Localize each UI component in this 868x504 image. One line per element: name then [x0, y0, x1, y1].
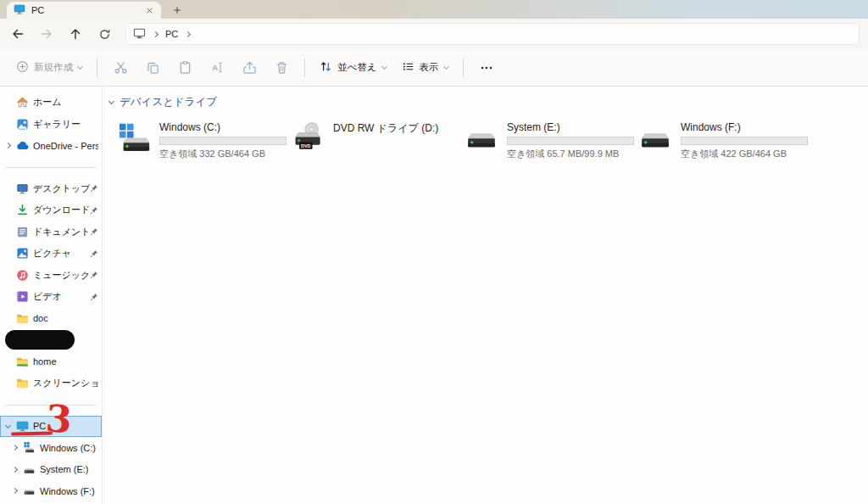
back-button[interactable] — [3, 22, 32, 46]
collapse-chevron-icon[interactable] — [4, 423, 10, 428]
drive-name: System (E:) — [507, 121, 634, 133]
expand-chevron-icon[interactable] — [11, 488, 17, 494]
new-button-label: 新規作成 — [34, 61, 73, 74]
drive-name: Windows (C:) — [159, 121, 287, 133]
devices-and-drives-group[interactable]: デバイスとドライブ — [109, 95, 217, 109]
sidebar-item-gallery[interactable]: ギャラリー — [0, 114, 102, 136]
view-button[interactable]: 表示 — [394, 54, 456, 81]
free-space-label: 空き領域 65.7 MB/99.9 MB — [507, 148, 634, 160]
up-button[interactable] — [61, 22, 90, 46]
dvd-badge: DVD — [301, 143, 311, 148]
tab-title: PC — [31, 5, 136, 15]
sidebar-item-music[interactable]: ミュージック — [0, 265, 102, 287]
drive-icon — [639, 120, 675, 154]
shared-folder-icon — [15, 355, 29, 368]
toolbar-divider — [97, 59, 97, 77]
sidebar-item-drive-f[interactable]: Windows (F:) — [0, 480, 102, 502]
sidebar-item-label: home — [33, 356, 57, 367]
dvd-drive-icon: DVD — [292, 120, 327, 154]
breadcrumb-chevron-icon — [185, 31, 191, 36]
downloads-icon — [15, 204, 29, 217]
windows-drive-icon — [118, 120, 153, 154]
navigation-bar: PC — [0, 19, 868, 49]
sort-arrows-icon — [320, 60, 332, 75]
desktop-icon — [15, 182, 29, 195]
drive-icon — [465, 120, 501, 154]
sidebar-item-videos[interactable]: ビデオ — [0, 286, 102, 308]
folder-icon — [15, 311, 29, 325]
view-button-label: 表示 — [420, 61, 439, 74]
tab-bar: PC — [0, 0, 868, 19]
drive-name: Windows (F:) — [681, 121, 808, 133]
command-bar: 新規作成 A 並べ替え — [0, 49, 868, 87]
refresh-button[interactable] — [90, 22, 119, 46]
sidebar-item-label: ドキュメント — [33, 226, 90, 238]
more-button[interactable] — [470, 54, 503, 81]
sidebar-item-label: ピクチャ — [33, 247, 71, 260]
sidebar-item-doc-folder[interactable]: doc — [0, 308, 102, 330]
drive-tile-system-e[interactable]: System (E:) 空き領域 65.7 MB/99.9 MB — [464, 118, 637, 162]
home-icon — [15, 96, 29, 109]
sidebar-item-label: ビデオ — [33, 290, 62, 303]
sidebar-item-label: OneDrive - Persona — [33, 141, 98, 151]
sidebar-item-drive-c[interactable]: Windows (C:) — [0, 437, 102, 459]
documents-icon — [15, 225, 29, 238]
chevron-down-icon — [77, 64, 83, 70]
sidebar-item-documents[interactable]: ドキュメント — [0, 221, 102, 244]
sidebar-item-home-folder[interactable]: home — [0, 351, 102, 373]
toolbar-divider — [304, 59, 305, 77]
onedrive-cloud-icon — [15, 139, 29, 153]
sidebar-item-screenshots-folder[interactable]: スクリーンショット — [0, 372, 102, 395]
share-button[interactable] — [233, 54, 265, 81]
group-collapse-chevron-icon[interactable] — [108, 98, 114, 104]
explorer-tab[interactable]: PC — [7, 2, 161, 19]
sidebar-item-drive-e[interactable]: System (E:) — [0, 459, 102, 481]
this-pc-outline-icon — [133, 27, 146, 42]
windows-drive-icon — [22, 441, 36, 455]
redaction-blob — [5, 330, 75, 350]
capacity-bar — [681, 137, 808, 145]
drive-tile-windows-f[interactable]: Windows (F:) 空き領域 422 GB/464 GB — [637, 118, 811, 162]
view-list-icon — [402, 60, 415, 75]
content-pane: デバイスとドライブ Windows (C:) 空き領域 332 GB/464 G… — [103, 87, 868, 504]
gallery-icon — [15, 117, 29, 131]
folder-icon — [15, 377, 29, 390]
breadcrumb-pc[interactable]: PC — [165, 29, 178, 39]
expand-chevron-icon[interactable] — [11, 445, 17, 451]
pc-monitor-icon — [15, 419, 29, 433]
drive-tile-windows-c[interactable]: Windows (C:) 空き領域 332 GB/464 GB — [116, 118, 290, 162]
sidebar-item-downloads[interactable]: ダウンロード — [0, 199, 102, 221]
new-button[interactable]: 新規作成 — [8, 54, 90, 81]
sidebar-item-desktop[interactable]: デスクトップ — [0, 178, 102, 200]
sidebar-item-label: ギャラリー — [33, 118, 81, 131]
delete-button[interactable] — [265, 54, 298, 81]
pictures-icon — [15, 247, 29, 260]
pin-icon — [90, 227, 98, 236]
sidebar-item-redacted — [0, 329, 102, 351]
sidebar-item-onedrive[interactable]: OneDrive - Persona — [0, 135, 102, 157]
new-tab-button[interactable] — [170, 3, 185, 18]
sidebar-item-label: デスクトップ — [33, 182, 90, 195]
rename-button[interactable]: A — [201, 54, 233, 81]
cut-button[interactable] — [104, 54, 136, 81]
sidebar-item-label: Windows (F:) — [40, 486, 95, 496]
capacity-bar — [507, 137, 634, 145]
annotation-underline — [11, 432, 53, 436]
drive-icon — [22, 462, 36, 476]
drive-tile-dvd-d[interactable]: DVD DVD RW ドライブ (D:) — [290, 118, 464, 162]
paste-button[interactable] — [169, 54, 201, 81]
sidebar-item-home[interactable]: ホーム — [0, 92, 102, 114]
tab-close-icon[interactable] — [142, 3, 156, 17]
drive-tiles: Windows (C:) 空き領域 332 GB/464 GB DVD DVD … — [116, 118, 868, 162]
expand-chevron-icon[interactable] — [4, 143, 10, 148]
forward-button[interactable] — [32, 22, 61, 46]
free-space-label: 空き領域 422 GB/464 GB — [681, 148, 808, 160]
copy-button[interactable] — [136, 54, 169, 81]
expand-chevron-icon[interactable] — [11, 467, 17, 473]
address-bar[interactable]: PC — [125, 23, 860, 45]
capacity-bar — [159, 137, 287, 145]
pin-icon — [90, 293, 98, 301]
sidebar-item-pictures[interactable]: ピクチャ — [0, 243, 102, 265]
sort-button[interactable]: 並べ替え — [312, 54, 394, 81]
sidebar-item-label: PC — [33, 421, 46, 431]
